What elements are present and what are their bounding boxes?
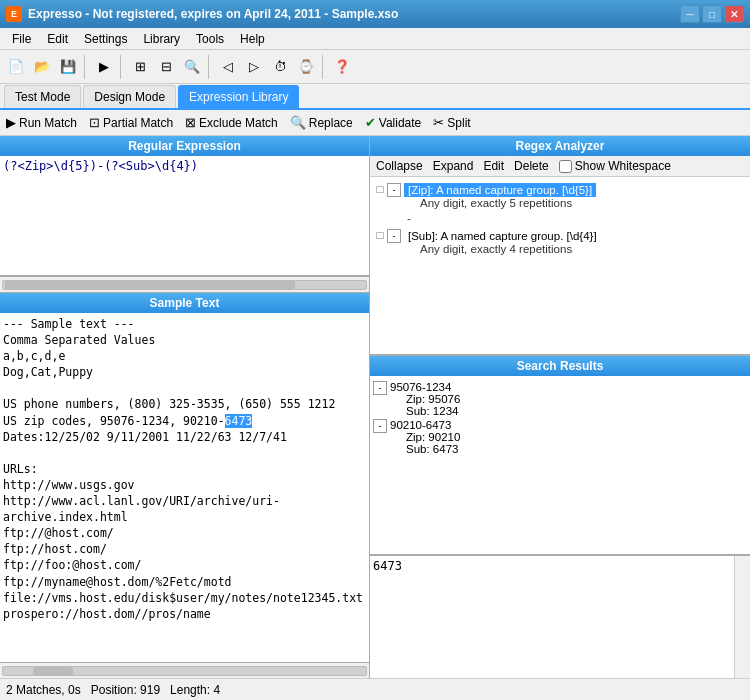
run-match-btn[interactable]: ▶ Run Match xyxy=(6,115,77,130)
regex-scrollbar-track xyxy=(2,280,367,290)
run-match-label: Run Match xyxy=(19,116,77,130)
sample-line-4: Dog,Cat,Puppy xyxy=(3,364,366,380)
toolbar-open[interactable]: 📂 xyxy=(30,55,54,79)
sample-line-13: ftp://@host.com/ xyxy=(3,525,366,541)
edit-btn[interactable]: Edit xyxy=(483,159,504,173)
toolbar-btn5[interactable]: ⊞ xyxy=(128,55,152,79)
match-vscroll[interactable] xyxy=(734,556,750,678)
result-1-content: 95076-1234 Zip: 95076 Sub: 1234 xyxy=(390,381,460,417)
toolbar-btn9[interactable]: ▷ xyxy=(242,55,266,79)
show-whitespace-text: Show Whitespace xyxy=(575,159,671,173)
menubar: File Edit Settings Library Tools Help xyxy=(0,28,750,50)
partial-match-btn[interactable]: ⊡ Partial Match xyxy=(89,115,173,130)
menu-tools[interactable]: Tools xyxy=(188,30,232,48)
split-label: Split xyxy=(447,116,470,130)
sample-line-5 xyxy=(3,380,366,396)
toolbar-save[interactable]: 💾 xyxy=(56,55,80,79)
sample-line-3: a,b,c,d,e xyxy=(3,348,366,364)
results-section: Search Results - 95076-1234 Zip: 95076 S… xyxy=(370,356,750,556)
sample-line-14: ftp://host.com/ xyxy=(3,541,366,557)
titlebar: E Expresso - Not registered, expires on … xyxy=(0,0,750,28)
sample-hscroll[interactable] xyxy=(0,662,369,678)
status-matches: 2 Matches, 0s xyxy=(6,683,81,697)
toolbar-btn6[interactable]: ⊟ xyxy=(154,55,178,79)
sample-line-7: US zip codes, 95076-1234, 90210-6473 xyxy=(3,413,366,429)
analyzer-section-header: Regex Analyzer xyxy=(370,136,750,156)
tree-zip-connector: □ xyxy=(373,183,387,195)
regex-section-header: Regular Expression xyxy=(0,136,369,156)
toolbar-btn7[interactable]: 🔍 xyxy=(180,55,204,79)
menu-library[interactable]: Library xyxy=(135,30,188,48)
result-2-expand[interactable]: - xyxy=(373,419,387,433)
sample-line-11: http://www.usgs.gov xyxy=(3,477,366,493)
exclude-match-btn[interactable]: ⊠ Exclude Match xyxy=(185,115,278,130)
maximize-button[interactable]: □ xyxy=(702,5,722,23)
app-icon: E xyxy=(6,6,22,22)
sample-line-15: ftp://foo:@host.com/ xyxy=(3,557,366,573)
result-2-content: 90210-6473 Zip: 90210 Sub: 6473 xyxy=(390,419,460,455)
regex-input[interactable]: (?<Zip>\d{5})-(?<Sub>\d{4}) xyxy=(0,156,369,276)
toolbar-btn8[interactable]: ◁ xyxy=(216,55,240,79)
menu-edit[interactable]: Edit xyxy=(39,30,76,48)
toolbar-btn10[interactable]: ⏱ xyxy=(268,55,292,79)
right-panel: Regex Analyzer Collapse Expand Edit Dele… xyxy=(370,136,750,678)
result-2-zip: Zip: 90210 xyxy=(406,431,460,443)
tree-sub-row: □ - [Sub]: A named capture group. [\d{4}… xyxy=(373,229,747,255)
toolbar-help[interactable]: ❓ xyxy=(330,55,354,79)
menu-file[interactable]: File xyxy=(4,30,39,48)
status-position: Position: 919 xyxy=(91,683,160,697)
sample-line-17: file://vms.host.edu/disk$user/my/notes/n… xyxy=(3,590,366,606)
exclude-match-label: Exclude Match xyxy=(199,116,278,130)
sample-scrollbar-track xyxy=(2,666,367,676)
sample-scrollbar-thumb[interactable] xyxy=(33,667,73,675)
collapse-btn[interactable]: Collapse xyxy=(376,159,423,173)
show-whitespace-label[interactable]: Show Whitespace xyxy=(559,159,671,173)
toolbar-sep1 xyxy=(84,55,88,79)
tree-zip-content: [Zip]: A named capture group. [\d{5}] An… xyxy=(404,183,747,209)
result-1-expand[interactable]: - xyxy=(373,381,387,395)
partial-match-label: Partial Match xyxy=(103,116,173,130)
expand-btn[interactable]: Expand xyxy=(433,159,474,173)
tree-zip-child: Any digit, exactly 5 repetitions xyxy=(420,197,747,209)
menu-help[interactable]: Help xyxy=(232,30,273,48)
tab-expression-library[interactable]: Expression Library xyxy=(178,85,299,108)
minimize-button[interactable]: ─ xyxy=(680,5,700,23)
menu-settings[interactable]: Settings xyxy=(76,30,135,48)
tree-sub-label[interactable]: [Sub]: A named capture group. [\d{4}] xyxy=(404,229,601,243)
delete-btn[interactable]: Delete xyxy=(514,159,549,173)
match-area[interactable]: 6473 xyxy=(370,556,750,678)
sample-line-12: http://www.acl.lanl.gov/URI/archive/uri-… xyxy=(3,493,366,525)
result-1-zip: Zip: 95076 xyxy=(406,393,460,405)
replace-icon: 🔍 xyxy=(290,115,306,130)
partial-match-icon: ⊡ xyxy=(89,115,100,130)
validate-btn[interactable]: ✔ Validate xyxy=(365,115,421,130)
sample-section-header: Sample Text xyxy=(0,293,369,313)
tree-zip-label[interactable]: [Zip]: A named capture group. [\d{5}] xyxy=(404,183,596,197)
result-1-label: 95076-1234 xyxy=(390,381,460,393)
regex-section: Regular Expression (?<Zip>\d{5})-(?<Sub>… xyxy=(0,136,369,293)
status-length: Length: 4 xyxy=(170,683,220,697)
tree-sub-expand[interactable]: - xyxy=(387,229,401,243)
split-btn[interactable]: ✂ Split xyxy=(433,115,470,130)
show-whitespace-checkbox[interactable] xyxy=(559,160,572,173)
toolbar-btn11[interactable]: ⌚ xyxy=(294,55,318,79)
statusbar: 2 Matches, 0s Position: 919 Length: 4 xyxy=(0,678,750,700)
sample-section: Sample Text --- Sample text --- Comma Se… xyxy=(0,293,369,678)
close-button[interactable]: ✕ xyxy=(724,5,744,23)
validate-label: Validate xyxy=(379,116,421,130)
sample-text-area[interactable]: --- Sample text --- Comma Separated Valu… xyxy=(0,313,369,662)
toolbar-sep2 xyxy=(120,55,124,79)
tree-zip-row: □ - [Zip]: A named capture group. [\d{5}… xyxy=(373,183,747,209)
sample-line-2: Comma Separated Values xyxy=(3,332,366,348)
tab-test-mode[interactable]: Test Mode xyxy=(4,85,81,108)
tree-dash: - xyxy=(407,212,747,226)
tree-zip-expand[interactable]: - xyxy=(387,183,401,197)
regex-scrollbar-thumb[interactable] xyxy=(5,281,295,289)
left-panel: Regular Expression (?<Zip>\d{5})-(?<Sub>… xyxy=(0,136,370,678)
toolbar-new[interactable]: 📄 xyxy=(4,55,28,79)
result-1-sub: Sub: 1234 xyxy=(406,405,460,417)
regex-hscroll[interactable] xyxy=(0,276,369,292)
replace-btn[interactable]: 🔍 Replace xyxy=(290,115,353,130)
toolbar-run[interactable]: ▶ xyxy=(92,55,116,79)
tab-design-mode[interactable]: Design Mode xyxy=(83,85,176,108)
